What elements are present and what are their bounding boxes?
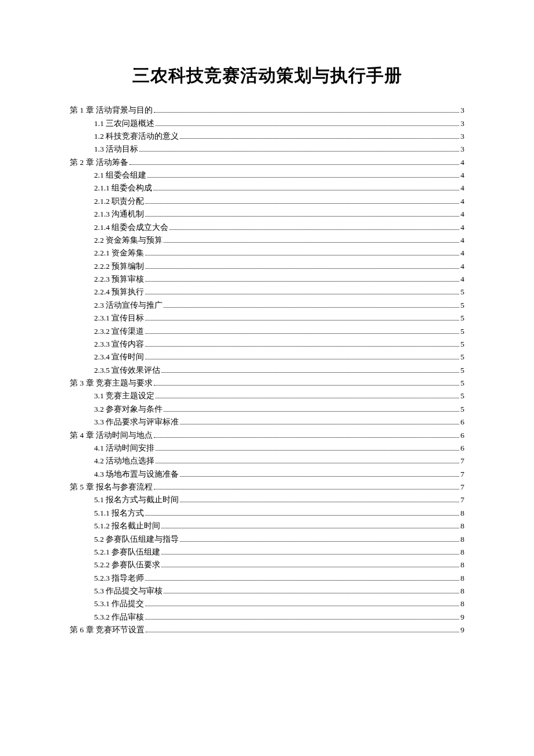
toc-entry[interactable]: 1.1 三农问题概述3 xyxy=(70,117,464,129)
toc-entry-label: 2.1.1 组委会构成 xyxy=(94,184,152,192)
toc-entry-page: 8 xyxy=(460,522,464,530)
toc-entry[interactable]: 5.2.2 参赛队伍要求8 xyxy=(70,559,464,571)
toc-entry[interactable]: 2.3.4 宣传时间5 xyxy=(70,351,464,363)
toc-entry[interactable]: 2.3.1 宣传目标5 xyxy=(70,312,464,325)
toc-entry[interactable]: 第 5 章 报名与参赛流程7 xyxy=(70,481,464,494)
toc-leader-dots xyxy=(164,593,459,593)
toc-entry-page: 5 xyxy=(460,340,464,348)
toc-entry[interactable]: 1.3 活动目标3 xyxy=(70,143,464,156)
toc-entry-label: 第 6 章 竞赛环节设置 xyxy=(70,626,145,634)
toc-entry-label: 4.1 活动时间安排 xyxy=(94,444,154,452)
toc-entry[interactable]: 5.3.2 作品审核9 xyxy=(70,611,464,624)
toc-entry-page: 7 xyxy=(460,470,464,478)
toc-entry-label: 2.2.4 预算执行 xyxy=(94,288,144,296)
toc-entry-page: 5 xyxy=(460,392,464,400)
toc-entry-page: 4 xyxy=(460,210,464,218)
toc-entry[interactable]: 2.2.4 预算执行5 xyxy=(70,286,464,298)
toc-entry[interactable]: 第 6 章 竞赛环节设置9 xyxy=(70,624,464,636)
toc-leader-dots xyxy=(145,216,459,217)
toc-entry-page: 7 xyxy=(460,483,464,491)
toc-entry[interactable]: 5.2.3 指导老师8 xyxy=(70,572,464,585)
toc-entry-label: 5.3.1 作品提交 xyxy=(94,600,144,608)
toc-entry[interactable]: 5.1.1 报名方式8 xyxy=(70,507,464,520)
toc-entry[interactable]: 2.1.2 职责分配4 xyxy=(70,195,464,208)
toc-leader-dots xyxy=(180,541,459,542)
toc-entry[interactable]: 3.2 参赛对象与条件5 xyxy=(70,403,464,416)
toc-entry-label: 2.3.4 宣传时间 xyxy=(94,353,144,361)
toc-entry[interactable]: 2.1.4 组委会成立大会4 xyxy=(70,221,464,233)
toc-entry[interactable]: 2.1.1 组委会构成4 xyxy=(70,182,464,195)
toc-entry-label: 5.2.2 参赛队伍要求 xyxy=(94,561,160,569)
toc-entry[interactable]: 第 4 章 活动时间与地点6 xyxy=(70,429,464,441)
toc-leader-dots xyxy=(156,463,459,463)
toc-entry[interactable]: 2.3.2 宣传渠道5 xyxy=(70,325,464,337)
toc-leader-dots xyxy=(154,112,459,113)
toc-entry-label: 2.3.2 宣传渠道 xyxy=(94,327,144,336)
toc-entry-page: 9 xyxy=(460,626,464,634)
toc-entry[interactable]: 5.2 参赛队伍组建与指导8 xyxy=(70,532,464,545)
toc-entry-label: 2.1.4 组委会成立大会 xyxy=(94,224,168,232)
toc-entry[interactable]: 4.2 活动地点选择7 xyxy=(70,455,464,467)
toc-leader-dots xyxy=(145,515,459,516)
toc-entry-page: 7 xyxy=(460,457,464,465)
toc-entry[interactable]: 5.1 报名方式与截止时间7 xyxy=(70,494,464,506)
toc-entry-label: 5.3 作品提交与审核 xyxy=(94,587,163,595)
toc-leader-dots xyxy=(145,268,459,269)
toc-entry-label: 第 3 章 竞赛主题与要求 xyxy=(70,379,153,387)
toc-entry-page: 4 xyxy=(460,275,464,283)
toc-leader-dots xyxy=(164,242,459,243)
toc-leader-dots xyxy=(161,372,459,373)
toc-leader-dots xyxy=(145,294,459,294)
toc-entry-label: 5.1.2 报名截止时间 xyxy=(94,522,160,530)
toc-entry-page: 8 xyxy=(460,548,464,556)
toc-entry[interactable]: 2.3 活动宣传与推广5 xyxy=(70,299,464,312)
toc-entry-page: 4 xyxy=(460,197,464,206)
toc-entry-label: 4.3 场地布置与设施准备 xyxy=(94,470,179,478)
toc-leader-dots xyxy=(164,411,459,412)
toc-leader-dots xyxy=(154,437,459,438)
toc-leader-dots xyxy=(156,450,459,451)
toc-entry-page: 6 xyxy=(460,418,464,426)
toc-entry[interactable]: 5.2.1 参赛队伍组建8 xyxy=(70,546,464,559)
toc-leader-dots xyxy=(145,255,459,255)
toc-entry[interactable]: 3.3 作品要求与评审标准6 xyxy=(70,416,464,429)
toc-entry-label: 2.1.3 沟通机制 xyxy=(94,210,144,218)
toc-entry-page: 8 xyxy=(460,561,464,569)
toc-entry-page: 9 xyxy=(460,613,464,621)
toc-entry-label: 2.2.1 资金筹集 xyxy=(94,249,144,257)
toc-leader-dots xyxy=(180,424,459,424)
toc-entry-label: 3.2 参赛对象与条件 xyxy=(94,405,163,413)
toc-leader-dots xyxy=(169,229,459,230)
toc-entry-label: 5.2.1 参赛队伍组建 xyxy=(94,548,160,556)
toc-entry[interactable]: 4.1 活动时间安排6 xyxy=(70,442,464,455)
toc-entry-label: 2.2 资金筹集与预算 xyxy=(94,236,163,244)
toc-entry[interactable]: 5.1.2 报名截止时间8 xyxy=(70,520,464,532)
toc-entry[interactable]: 5.3 作品提交与审核8 xyxy=(70,585,464,597)
toc-entry[interactable]: 4.3 场地布置与设施准备7 xyxy=(70,468,464,481)
toc-entry[interactable]: 第 2 章 活动筹备4 xyxy=(70,156,464,169)
toc-entry[interactable]: 5.3.1 作品提交8 xyxy=(70,597,464,610)
toc-entry[interactable]: 2.1 组委会组建4 xyxy=(70,169,464,182)
toc-entry[interactable]: 2.2.2 预算编制4 xyxy=(70,260,464,273)
toc-entry-label: 3.1 竞赛主题设定 xyxy=(94,392,154,400)
toc-entry[interactable]: 2.2.1 资金筹集4 xyxy=(70,247,464,260)
toc-leader-dots xyxy=(161,528,459,528)
toc-entry[interactable]: 2.1.3 沟通机制4 xyxy=(70,208,464,221)
toc-entry-label: 5.1.1 报名方式 xyxy=(94,509,144,517)
toc-leader-dots xyxy=(164,307,459,308)
toc-entry[interactable]: 2.2.3 预算审核4 xyxy=(70,273,464,286)
toc-entry[interactable]: 2.3.3 宣传内容5 xyxy=(70,338,464,351)
toc-leader-dots xyxy=(147,177,459,178)
toc-entry[interactable]: 2.2 资金筹集与预算4 xyxy=(70,234,464,247)
toc-entry[interactable]: 3.1 竞赛主题设定5 xyxy=(70,390,464,402)
toc-entry-page: 6 xyxy=(460,444,464,452)
toc-leader-dots xyxy=(145,320,459,321)
toc-entry-label: 2.1 组委会组建 xyxy=(94,171,146,179)
toc-entry-label: 1.2 科技竞赛活动的意义 xyxy=(94,132,179,141)
toc-entry[interactable]: 1.2 科技竞赛活动的意义3 xyxy=(70,130,464,143)
toc-entry[interactable]: 2.3.5 宣传效果评估5 xyxy=(70,364,464,377)
toc-entry-page: 5 xyxy=(460,288,464,296)
table-of-contents: 第 1 章 活动背景与目的31.1 三农问题概述31.2 科技竞赛活动的意义31… xyxy=(70,104,464,636)
toc-entry[interactable]: 第 1 章 活动背景与目的3 xyxy=(70,104,464,117)
toc-entry[interactable]: 第 3 章 竞赛主题与要求5 xyxy=(70,377,464,390)
